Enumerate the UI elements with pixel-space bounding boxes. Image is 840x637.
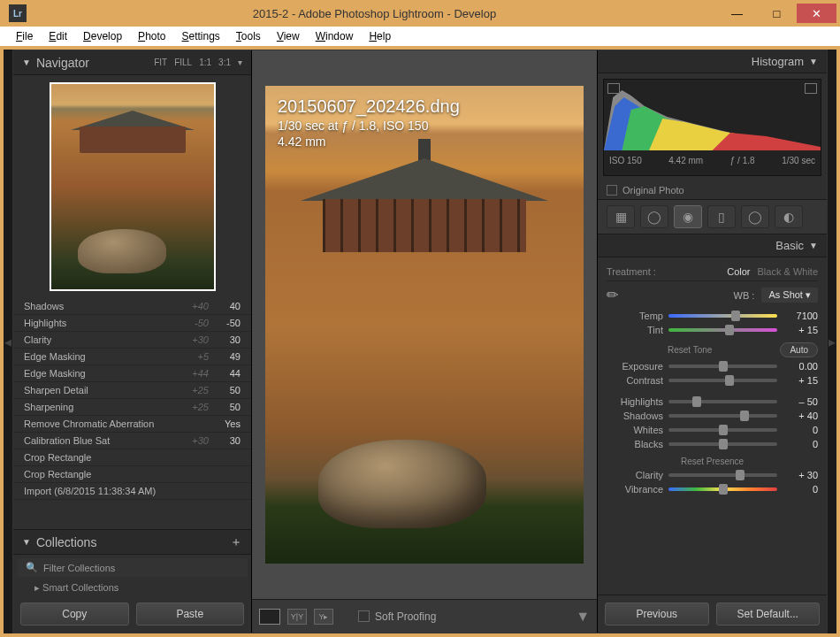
close-button[interactable]: ✕	[797, 4, 836, 23]
left-panel: ▼ Navigator FIT FILL 1:1 3:1 ▾ Shadows+4…	[13, 50, 252, 633]
checkbox-icon	[607, 185, 617, 196]
histo-shutter: 1/30 sec	[782, 156, 815, 165]
history-row[interactable]: Highlights-50-50	[13, 315, 251, 332]
nav-mode-3to1[interactable]: 3:1	[218, 58, 231, 67]
right-edge-grip[interactable]: ▸	[828, 50, 836, 633]
slider-vibrance[interactable]: Vibrance0	[607, 482, 818, 496]
history-row[interactable]: Shadows+4040	[13, 298, 251, 315]
develop-tools: ▦ ◯ ◉ ▯ ◯ ◐	[598, 199, 827, 234]
titlebar: Lr 2015-2 - Adobe Photoshop Lightroom - …	[0, 0, 840, 27]
slider-highlights[interactable]: Highlights– 50	[607, 395, 818, 409]
history-row[interactable]: Crop Rectangle	[13, 466, 251, 483]
copy-button[interactable]: Copy	[20, 602, 129, 625]
history-row[interactable]: Edge Masking+4444	[13, 365, 251, 382]
menu-help[interactable]: Help	[362, 28, 398, 44]
disclosure-icon: ▼	[22, 537, 31, 547]
slider-temp[interactable]: Temp7100	[607, 309, 818, 323]
nav-mode-fit[interactable]: FIT	[154, 58, 167, 67]
before-after-icon[interactable]: Y|Y	[287, 609, 307, 625]
center-toolbar: Y|Y Y▸ Soft Proofing ▼	[252, 599, 597, 633]
histogram[interactable]: ISO 150 4.42 mm ƒ / 1.8 1/30 sec	[603, 79, 821, 176]
treatment-color[interactable]: Color	[727, 266, 750, 277]
add-collection-icon[interactable]: ＋	[230, 534, 242, 550]
minimize-button[interactable]: —	[717, 4, 757, 23]
before-after-split-icon[interactable]: Y▸	[314, 609, 333, 625]
basic-panel: Treatment : Color Black & White ✎ WB : A…	[598, 257, 827, 595]
smart-collections-row[interactable]: ▸ Smart Collections	[13, 580, 251, 595]
history-row[interactable]: Crop Rectangle	[13, 449, 251, 466]
navigator-title: Navigator	[36, 56, 89, 70]
navigator-header[interactable]: ▼ Navigator FIT FILL 1:1 3:1 ▾	[13, 50, 251, 75]
treatment-label: Treatment :	[607, 266, 656, 277]
reset-button[interactable]: Set Default...	[716, 602, 821, 625]
menu-settings[interactable]: Settings	[174, 28, 226, 44]
disclosure-icon: ▼	[22, 58, 31, 67]
left-edge-grip[interactable]: ◂	[4, 50, 12, 633]
histogram-header[interactable]: Histogram ▼	[598, 50, 827, 73]
auto-tone-button[interactable]: Auto	[780, 342, 818, 357]
previous-button[interactable]: Previous	[605, 602, 709, 625]
maximize-button[interactable]: □	[757, 4, 797, 23]
menu-photo[interactable]: Photo	[131, 28, 172, 44]
redeye-tool-icon[interactable]: ◉	[674, 205, 702, 228]
main-image[interactable]: 20150607_202426.dng 1/30 sec at ƒ / 1.8,…	[265, 86, 584, 564]
presence-section-label[interactable]: Reset Presence	[607, 457, 818, 466]
menu-develop[interactable]: Develop	[76, 28, 129, 44]
menu-file[interactable]: File	[9, 28, 40, 44]
crop-tool-icon[interactable]: ▦	[607, 205, 635, 228]
nav-mode-fill[interactable]: FILL	[174, 58, 192, 67]
slider-tint[interactable]: Tint+ 15	[607, 323, 818, 337]
histo-focal: 4.42 mm	[668, 156, 703, 165]
history-list: Shadows+4040Highlights-50-50Clarity+3030…	[13, 298, 251, 529]
menu-edit[interactable]: Edit	[42, 28, 74, 44]
collections-title: Collections	[36, 535, 96, 549]
slider-exposure[interactable]: Exposure0.00	[607, 359, 818, 373]
history-row[interactable]: Sharpening+2550	[13, 399, 251, 416]
nav-mode-dropdown-icon[interactable]: ▾	[238, 58, 242, 67]
toolbar-dropdown-icon[interactable]: ▼	[576, 609, 590, 625]
image-info-overlay: 20150607_202426.dng 1/30 sec at ƒ / 1.8,…	[278, 96, 460, 149]
slider-whites[interactable]: Whites0	[607, 423, 818, 437]
wb-label: WB :	[625, 290, 754, 301]
window-title: 2015-2 - Adobe Photoshop Lightroom - Dev…	[32, 7, 717, 20]
radial-tool-icon[interactable]: ◯	[741, 205, 769, 228]
slider-clarity[interactable]: Clarity+ 30	[607, 468, 818, 482]
nav-mode-1to1[interactable]: 1:1	[199, 58, 211, 67]
navigator-preview[interactable]	[50, 82, 216, 291]
app-window: Lr 2015-2 - Adobe Photoshop Lightroom - …	[0, 0, 840, 637]
history-row[interactable]: Import (6/8/2015 11:38:34 AM)	[13, 483, 251, 500]
paste-button[interactable]: Paste	[136, 602, 245, 625]
tone-section-label[interactable]: Reset Tone	[607, 345, 773, 355]
collections-filter[interactable]: 🔍 Filter Collections	[17, 558, 248, 577]
treatment-bw[interactable]: Black & White	[758, 266, 818, 277]
disclosure-icon: ▼	[809, 57, 818, 66]
original-photo-toggle[interactable]: Original Photo	[598, 181, 827, 199]
history-row[interactable]: Clarity+3030	[13, 332, 251, 349]
menu-tools[interactable]: Tools	[229, 28, 268, 44]
collections-header[interactable]: ▼ Collections ＋	[13, 530, 251, 555]
content-area: ◂ ▼ Navigator FIT FILL 1:1 3:1 ▾ Shadows…	[4, 50, 836, 633]
right-panel: Histogram ▼ ISO 150 4.42 mm ƒ / 1.8 1/	[597, 50, 827, 633]
loupe-view-icon[interactable]	[259, 609, 280, 625]
slider-contrast[interactable]: Contrast+ 15	[607, 373, 818, 388]
spot-tool-icon[interactable]: ◯	[640, 205, 668, 228]
history-row[interactable]: Calibration Blue Sat+3030	[13, 433, 251, 449]
overlay-focal: 4.42 mm	[278, 134, 460, 149]
wb-dropper-icon[interactable]: ✎	[602, 285, 622, 305]
menu-view[interactable]: View	[270, 28, 307, 44]
gradient-tool-icon[interactable]: ▯	[707, 205, 736, 228]
history-row[interactable]: Edge Masking+549	[13, 349, 251, 365]
soft-proofing-toggle[interactable]: Soft Proofing	[358, 610, 436, 623]
disclosure-icon: ▼	[809, 241, 818, 250]
history-row[interactable]: Remove Chromatic AberrationYes	[13, 416, 251, 433]
brush-tool-icon[interactable]: ◐	[775, 205, 803, 228]
slider-blacks[interactable]: Blacks0	[607, 437, 818, 451]
highlight-clip-icon[interactable]	[805, 83, 817, 94]
menu-window[interactable]: Window	[309, 28, 361, 44]
basic-header[interactable]: Basic ▼	[598, 234, 827, 257]
histo-iso: ISO 150	[609, 156, 642, 165]
shadow-clip-icon[interactable]	[607, 83, 620, 94]
wb-dropdown[interactable]: As Shot ▾	[761, 288, 818, 303]
slider-shadows[interactable]: Shadows+ 40	[607, 409, 818, 423]
history-row[interactable]: Sharpen Detail+2550	[13, 382, 251, 399]
